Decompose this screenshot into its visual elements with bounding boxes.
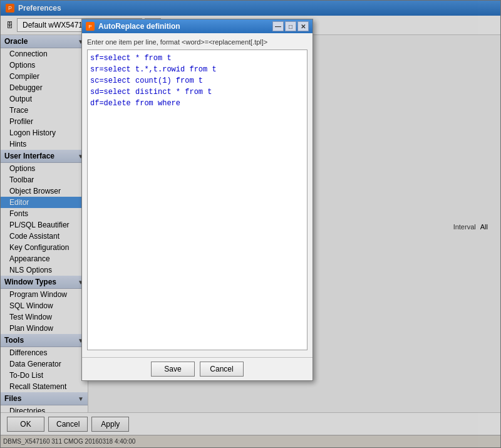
dialog-hint: Enter one item per line, format <word>=<… [87, 38, 307, 46]
dialog-body: Enter one item per line, format <word>=<… [82, 33, 312, 357]
dialog-cancel-button[interactable]: Cancel [200, 362, 244, 377]
modal-overlay: P AutoReplace definition — □ ✕ Enter one… [0, 0, 501, 448]
preferences-window: P Preferences 🗄 Default wWX547160 ... Or… [0, 0, 501, 448]
dialog-minimize-button[interactable]: — [272, 21, 284, 31]
dialog-title-bar: P AutoReplace definition — □ ✕ [82, 19, 312, 33]
dialog-icon: P [86, 22, 95, 31]
dialog-window-controls: — □ ✕ [272, 21, 309, 31]
dialog-close-button[interactable]: ✕ [297, 21, 309, 31]
dialog-save-button[interactable]: Save [151, 362, 195, 377]
dialog-title: AutoReplace definition [98, 22, 269, 31]
dialog-restore-button[interactable]: □ [285, 21, 296, 31]
dialog-footer: Save Cancel [82, 357, 312, 380]
autoreplace-textarea[interactable]: sf=select * from t sr=select t.*,t.rowid… [87, 49, 307, 350]
autoreplace-dialog: P AutoReplace definition — □ ✕ Enter one… [81, 19, 313, 381]
